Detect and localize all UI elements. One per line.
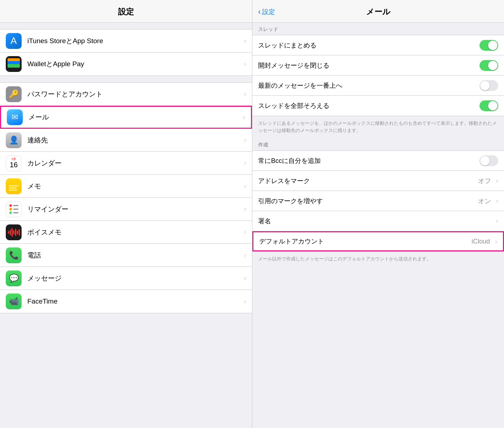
quote-level-label: 引用のマークを増やす [258,197,478,205]
right-panel: ‹ 設定 メール スレッド スレッドにまとめる 開封メッセージを閉じる 最新のメ… [252,0,504,428]
left-header: 設定 [0,0,252,23]
right-row-mark-address[interactable]: アドレスをマーク オフ › [252,171,504,191]
chevron-icon: › [244,251,246,259]
thread-group: スレッドにまとめる 開封メッセージを閉じる 最新のメッセージを一番上へ スレッド… [252,35,504,116]
right-row-thread-organize[interactable]: スレッドにまとめる [252,35,504,55]
settings-row-reminders[interactable]: リマインダー › [0,198,252,221]
thread-description: スレッドにあるメッセージを、ほかのメールボックスに移動されたものも含めてすべて表… [252,116,504,138]
chevron-icon: › [496,217,498,225]
chevron-icon: › [244,60,246,68]
thread-organize-label: スレッドにまとめる [258,41,480,50]
calendar-icon: 7月 16 [6,155,22,171]
chevron-icon: › [243,114,245,121]
messages-label: メッセージ [27,274,241,283]
right-header: ‹ 設定 メール [252,0,504,23]
default-account-label: デフォルトアカウント [259,237,472,246]
chevron-icon: › [244,274,246,282]
back-chevron-icon: ‹ [258,7,261,17]
quote-level-value: オン [478,197,491,205]
right-title: メール [366,6,391,17]
chevron-icon: › [244,205,246,213]
wallet-icon [6,56,22,72]
latest-top-label: 最新のメッセージを一番上へ [258,81,480,90]
back-label: 設定 [262,8,275,16]
settings-row-wallet[interactable]: WalletとApple Pay › [0,53,252,76]
section-label-thread: スレッド [252,23,504,35]
contacts-icon: 👤 [6,132,22,148]
chevron-icon: › [496,197,498,205]
compose-group: 常にBccに自分を追加 アドレスをマーク オフ › 引用のマークを増やす オン … [252,150,504,252]
settings-row-voicememo[interactable]: ボイスメモ › [0,221,252,244]
back-button[interactable]: ‹ 設定 [258,7,275,17]
password-label: パスワードとアカウント [27,90,241,99]
settings-row-itunes[interactable]: A iTunes StoreとApp Store › [0,29,252,53]
chevron-icon: › [244,228,246,236]
calendar-label: カレンダー [27,159,241,168]
mark-address-label: アドレスをマーク [258,177,478,185]
voicememo-label: ボイスメモ [27,228,241,237]
section-label-compose: 作成 [252,138,504,150]
toggle-knob [488,61,498,70]
facetime-label: FaceTime [27,297,241,305]
thread-close-toggle[interactable] [480,60,498,71]
toggle-knob [480,156,490,165]
thread-close-label: 開封メッセージを閉じる [258,61,480,70]
chevron-icon: › [244,136,246,144]
chevron-icon: › [244,159,246,167]
chevron-icon: › [496,177,498,185]
appstore-icon: A [6,33,22,49]
itunes-label: iTunes StoreとApp Store [27,36,241,46]
wallet-label: WalletとApple Pay [27,59,241,69]
facetime-icon: 📹 [6,293,22,309]
phone-label: 電話 [27,251,241,260]
chevron-icon: › [244,90,246,98]
settings-row-password[interactable]: 🔑 パスワードとアカウント › [0,83,252,106]
latest-top-toggle[interactable] [480,80,498,91]
contacts-label: 連絡先 [27,136,241,145]
right-row-always-bcc[interactable]: 常にBccに自分を追加 [252,151,504,171]
voicememo-icon [6,224,22,240]
right-row-default-account[interactable]: デフォルトアカウント iCloud › [252,231,504,251]
always-bcc-label: 常にBccに自分を追加 [258,156,480,165]
chevron-icon: › [244,298,246,305]
notes-label: メモ [27,182,241,191]
right-row-thread-complete[interactable]: スレッドを全部そろえる [252,96,504,116]
signature-label: 署名 [258,217,493,226]
left-title: 設定 [0,6,252,17]
right-row-signature[interactable]: 署名 › [252,211,504,231]
mark-address-value: オフ [478,177,491,185]
settings-group-2: 🔑 パスワードとアカウント › ✉ メール › 👤 連絡先 › 7月 16 カレ… [0,82,252,313]
settings-row-contacts[interactable]: 👤 連絡先 › [0,129,252,152]
settings-row-phone[interactable]: 📞 電話 › [0,244,252,267]
reminders-icon [6,201,22,217]
thread-organize-toggle[interactable] [480,40,498,51]
chevron-icon: › [244,37,246,45]
settings-row-notes[interactable]: メモ › [0,175,252,198]
notes-icon [6,178,22,194]
settings-row-calendar[interactable]: 7月 16 カレンダー › [0,152,252,175]
right-row-thread-close[interactable]: 開封メッセージを閉じる [252,55,504,76]
settings-row-messages[interactable]: 💬 メッセージ › [0,267,252,290]
always-bcc-toggle[interactable] [480,155,498,166]
messages-icon: 💬 [6,270,22,286]
chevron-icon: › [244,182,246,190]
toggle-knob [488,101,498,110]
default-account-value: iCloud [472,238,490,245]
right-row-latest-top[interactable]: 最新のメッセージを一番上へ [252,76,504,96]
settings-group-1: A iTunes StoreとApp Store › WalletとApple … [0,29,252,76]
toggle-knob [480,81,490,90]
left-panel: 設定 A iTunes StoreとApp Store › WalletとApp… [0,0,252,428]
settings-row-mail[interactable]: ✉ メール › [0,106,252,129]
toggle-knob [488,41,498,50]
settings-row-facetime[interactable]: 📹 FaceTime › [0,290,252,313]
thread-complete-toggle[interactable] [480,100,498,111]
compose-description: メール以外で作成したメッセージはこのデフォルトアカウントから送信されます。 [252,252,504,267]
phone-icon: 📞 [6,247,22,263]
thread-complete-label: スレッドを全部そろえる [258,101,480,110]
right-row-quote-level[interactable]: 引用のマークを増やす オン › [252,191,504,211]
password-icon: 🔑 [6,86,22,102]
mail-label: メール [28,113,240,122]
mail-icon: ✉ [7,109,23,125]
reminders-label: リマインダー [27,205,241,214]
chevron-icon: › [495,238,497,245]
